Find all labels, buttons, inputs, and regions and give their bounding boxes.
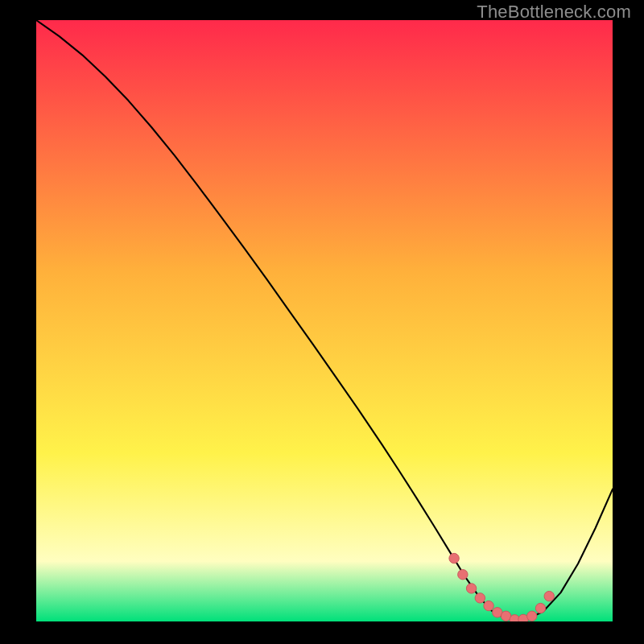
optimal-marker xyxy=(449,553,459,563)
chart-frame: TheBottleneck.com xyxy=(0,0,644,644)
plot-area xyxy=(36,20,613,621)
chart-svg xyxy=(36,20,613,621)
optimal-marker xyxy=(527,611,537,621)
optimal-marker xyxy=(544,591,554,601)
watermark-text: TheBottleneck.com xyxy=(477,2,631,23)
gradient-background xyxy=(36,20,613,621)
optimal-marker xyxy=(484,601,493,610)
optimal-marker xyxy=(475,593,485,603)
optimal-marker xyxy=(535,603,545,613)
optimal-marker xyxy=(458,570,468,580)
optimal-marker xyxy=(466,584,476,593)
